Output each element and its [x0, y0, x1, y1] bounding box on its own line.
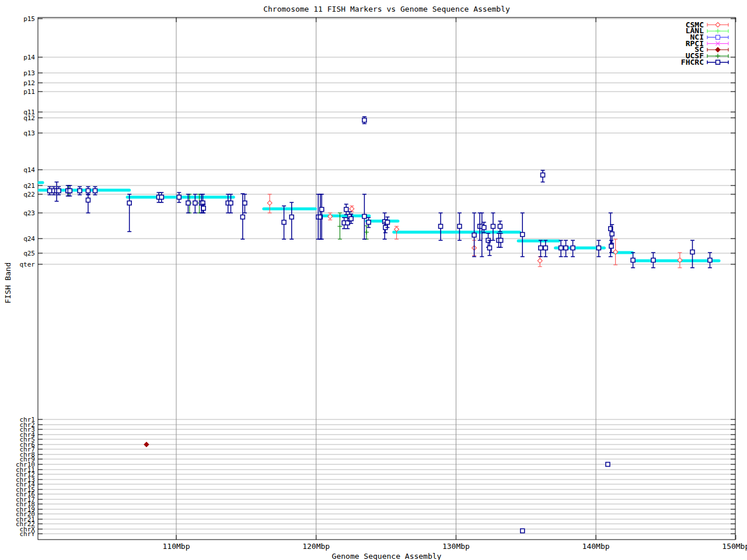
y-tick-label-q14: q14 [23, 166, 35, 174]
y-tick-label-q13: q13 [23, 130, 35, 137]
axis-tick-labels: p15p14p13p12p11q11q12q13q14q21q22q23q24q… [16, 15, 747, 551]
legend-label-FHCRC: FHCRC [681, 58, 704, 66]
y-tick-label-q21: q21 [23, 182, 35, 190]
axis-ticks [38, 18, 736, 540]
series-FHCRC [48, 117, 712, 533]
x-tick-label-150Mbp: 150Mbp [722, 542, 747, 551]
y-tick-label-q22: q22 [23, 191, 35, 198]
y-tick-label-p12: p12 [23, 79, 35, 87]
h-gridlines [38, 19, 735, 534]
y-tick-label-q24: q24 [23, 235, 35, 243]
y-tick-label-p14: p14 [23, 54, 35, 61]
series-UCSF [66, 186, 369, 239]
series-SC [144, 442, 149, 447]
chart-canvas: Chromosome 11 FISH Markers vs Genome Seq… [0, 0, 747, 560]
y-tick-label-qter: qter [20, 261, 36, 268]
x-tick-label-130Mbp: 130Mbp [442, 542, 470, 551]
y-tick-label-p11: p11 [23, 88, 35, 96]
y-tick-label-p13: p13 [23, 69, 35, 77]
x-tick-label-120Mbp: 120Mbp [302, 542, 330, 551]
legend: CSMCLANLNCIRPCISCUCSFFHCRC [681, 20, 728, 66]
x-tick-label-110Mbp: 110Mbp [163, 542, 190, 551]
y-tick-label-chrY: chrY [20, 530, 36, 538]
y-tick-label-p15: p15 [23, 15, 35, 23]
y-tick-label-q25: q25 [23, 250, 35, 257]
y-tick-label-q23: q23 [23, 209, 35, 217]
y-tick-label-q12: q12 [23, 114, 35, 122]
plot-frame [38, 18, 735, 540]
v-gridlines [176, 18, 596, 540]
x-tick-label-140Mbp: 140Mbp [582, 542, 610, 551]
plot-area: p15p14p13p12p11q11q12q13q14q21q22q23q24q… [0, 0, 747, 560]
